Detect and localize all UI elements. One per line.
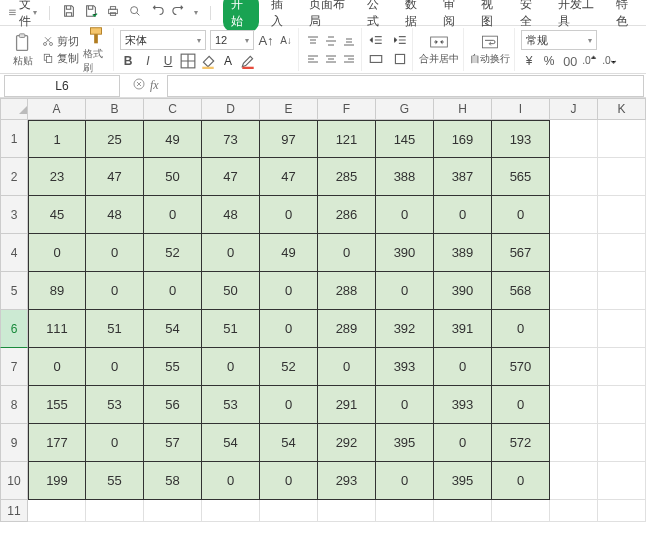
- cell[interactable]: 199: [28, 462, 86, 500]
- cell[interactable]: 57: [144, 424, 202, 462]
- row-header[interactable]: 6: [0, 310, 28, 348]
- cell[interactable]: 54: [260, 424, 318, 462]
- tab-layout[interactable]: 页面布局: [303, 0, 355, 32]
- row-header[interactable]: 1: [0, 120, 28, 158]
- comma-button[interactable]: 000: [561, 53, 577, 69]
- align-left[interactable]: [305, 51, 321, 67]
- cell[interactable]: 58: [144, 462, 202, 500]
- column-header[interactable]: E: [260, 98, 318, 120]
- cell[interactable]: [598, 424, 646, 462]
- cell[interactable]: 47: [86, 158, 144, 196]
- column-header[interactable]: A: [28, 98, 86, 120]
- column-header[interactable]: H: [434, 98, 492, 120]
- cell[interactable]: [550, 120, 598, 158]
- undo-icon[interactable]: [150, 4, 164, 21]
- underline-button[interactable]: U: [160, 53, 176, 69]
- cell[interactable]: 285: [318, 158, 376, 196]
- cell[interactable]: 48: [202, 196, 260, 234]
- align-right[interactable]: [341, 51, 357, 67]
- row-header[interactable]: 5: [0, 272, 28, 310]
- rtl-button[interactable]: [392, 51, 408, 67]
- cell[interactable]: 49: [144, 120, 202, 158]
- cell[interactable]: 55: [86, 462, 144, 500]
- cell[interactable]: [550, 272, 598, 310]
- merge-center-button[interactable]: 合并居中: [419, 33, 459, 66]
- currency-button[interactable]: ¥: [521, 53, 537, 69]
- cell[interactable]: 393: [434, 386, 492, 424]
- cell[interactable]: 0: [318, 348, 376, 386]
- cell[interactable]: 0: [492, 196, 550, 234]
- paste-button[interactable]: 粘贴: [8, 32, 38, 68]
- align-bottom[interactable]: [341, 33, 357, 49]
- cell[interactable]: 0: [434, 348, 492, 386]
- cell[interactable]: [598, 234, 646, 272]
- font-size-select[interactable]: 12▾: [210, 30, 254, 50]
- cell[interactable]: 0: [86, 424, 144, 462]
- row-header[interactable]: 11: [0, 500, 28, 522]
- cell[interactable]: 0: [86, 272, 144, 310]
- cell[interactable]: [434, 500, 492, 522]
- cell[interactable]: 53: [202, 386, 260, 424]
- column-header[interactable]: C: [144, 98, 202, 120]
- cell[interactable]: 0: [376, 386, 434, 424]
- cell[interactable]: [376, 500, 434, 522]
- cell[interactable]: [598, 158, 646, 196]
- cell[interactable]: 392: [376, 310, 434, 348]
- cell[interactable]: 0: [202, 462, 260, 500]
- cell[interactable]: 52: [144, 234, 202, 272]
- cell[interactable]: 292: [318, 424, 376, 462]
- cell[interactable]: 0: [260, 462, 318, 500]
- cell[interactable]: 390: [376, 234, 434, 272]
- cell[interactable]: [598, 272, 646, 310]
- cell[interactable]: 45: [28, 196, 86, 234]
- cell[interactable]: [144, 500, 202, 522]
- cell[interactable]: 0: [144, 196, 202, 234]
- formula-input[interactable]: [167, 75, 644, 97]
- cell[interactable]: 0: [260, 386, 318, 424]
- cell[interactable]: 51: [202, 310, 260, 348]
- cell[interactable]: 25: [86, 120, 144, 158]
- cell[interactable]: 293: [318, 462, 376, 500]
- cell[interactable]: 391: [434, 310, 492, 348]
- tab-insert[interactable]: 插入: [265, 0, 297, 32]
- italic-button[interactable]: I: [140, 53, 156, 69]
- cell[interactable]: [550, 196, 598, 234]
- number-format-select[interactable]: 常规▾: [521, 30, 597, 50]
- cell[interactable]: 0: [492, 310, 550, 348]
- cell[interactable]: 568: [492, 272, 550, 310]
- cell[interactable]: 155: [28, 386, 86, 424]
- font-color-button[interactable]: A: [220, 53, 236, 69]
- column-header[interactable]: K: [598, 98, 646, 120]
- fx-icon[interactable]: fx: [150, 78, 159, 93]
- cell[interactable]: 393: [376, 348, 434, 386]
- row-header[interactable]: 2: [0, 158, 28, 196]
- row-header[interactable]: 9: [0, 424, 28, 462]
- cell[interactable]: 0: [492, 386, 550, 424]
- save-as-icon[interactable]: [84, 4, 98, 21]
- cell[interactable]: [86, 500, 144, 522]
- row-header[interactable]: 7: [0, 348, 28, 386]
- tab-developer[interactable]: 开发工具: [552, 0, 604, 32]
- cell[interactable]: 0: [376, 462, 434, 500]
- cell[interactable]: 0: [376, 196, 434, 234]
- cell[interactable]: 0: [260, 196, 318, 234]
- cell[interactable]: 395: [376, 424, 434, 462]
- cell[interactable]: 48: [86, 196, 144, 234]
- cell[interactable]: 51: [86, 310, 144, 348]
- cell[interactable]: 0: [260, 272, 318, 310]
- print-preview-icon[interactable]: [128, 4, 142, 21]
- cell[interactable]: 390: [434, 272, 492, 310]
- cell[interactable]: 23: [28, 158, 86, 196]
- percent-button[interactable]: %: [541, 53, 557, 69]
- highlight-button[interactable]: [240, 53, 256, 69]
- cell[interactable]: 395: [434, 462, 492, 500]
- cell[interactable]: 55: [144, 348, 202, 386]
- cell[interactable]: 53: [86, 386, 144, 424]
- wrap-text-button[interactable]: 自动换行: [470, 33, 510, 66]
- cell[interactable]: 0: [376, 272, 434, 310]
- cell[interactable]: [550, 348, 598, 386]
- cell[interactable]: 288: [318, 272, 376, 310]
- cell[interactable]: 145: [376, 120, 434, 158]
- row-header[interactable]: 3: [0, 196, 28, 234]
- decrease-decimal[interactable]: .0: [601, 53, 617, 69]
